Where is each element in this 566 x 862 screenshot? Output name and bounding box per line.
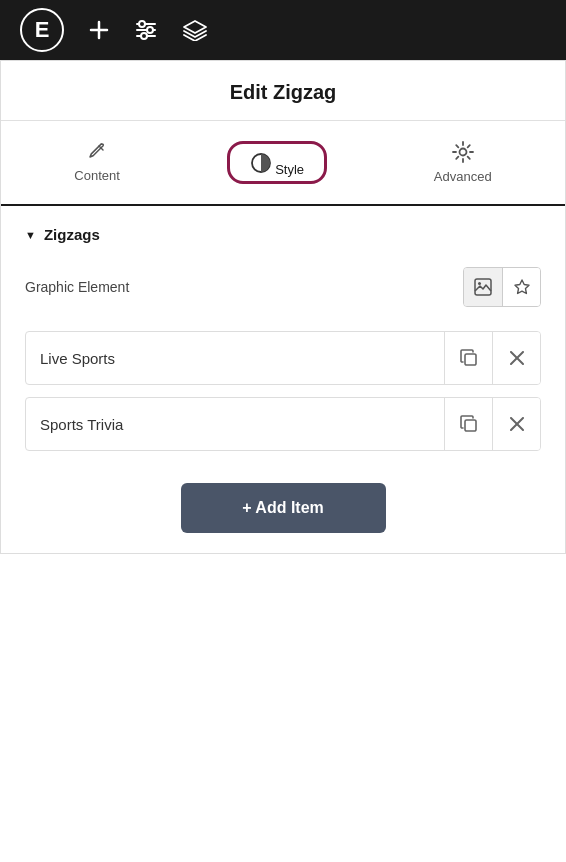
svg-marker-8 (184, 21, 206, 33)
image-button[interactable] (464, 268, 502, 306)
item-2-delete-button[interactable] (492, 398, 540, 450)
svg-point-5 (139, 21, 145, 27)
zigzags-section: ▼ Zigzags Graphic Element (1, 206, 565, 553)
duplicate-icon (460, 349, 478, 367)
list-item: Live Sports (25, 331, 541, 385)
list-item: Sports Trivia (25, 397, 541, 451)
close-icon (510, 417, 524, 431)
graphic-element-label: Graphic Element (25, 279, 129, 295)
item-2-label: Sports Trivia (26, 400, 444, 449)
logo-text: E (35, 17, 50, 43)
tab-advanced-label: Advanced (434, 169, 492, 184)
tab-content[interactable]: Content (58, 136, 136, 189)
svg-rect-15 (465, 354, 476, 365)
svg-marker-14 (515, 280, 529, 294)
panel-header: Edit Zigzag (1, 61, 565, 121)
star-icon (513, 278, 531, 296)
tab-style[interactable]: Style (211, 135, 344, 190)
gear-icon (452, 141, 474, 163)
half-circle-icon (250, 152, 272, 174)
sliders-icon[interactable] (134, 19, 158, 41)
pencil-icon (87, 142, 107, 162)
svg-point-13 (478, 282, 481, 285)
svg-point-6 (147, 27, 153, 33)
tabs-container: Content Style Advanced (1, 121, 565, 206)
section-title-text: Zigzags (44, 226, 100, 243)
section-title: ▼ Zigzags (25, 226, 541, 243)
image-icon (474, 278, 492, 296)
graphic-element-row: Graphic Element (25, 267, 541, 307)
tab-content-label: Content (74, 168, 120, 183)
layers-icon[interactable] (182, 19, 208, 41)
svg-point-7 (141, 33, 147, 39)
star-button[interactable] (502, 268, 540, 306)
graphic-buttons-group (463, 267, 541, 307)
item-1-delete-button[interactable] (492, 332, 540, 384)
duplicate-icon (460, 415, 478, 433)
close-icon (510, 351, 524, 365)
edit-panel: Edit Zigzag Content Style (0, 60, 566, 554)
item-1-duplicate-button[interactable] (444, 332, 492, 384)
panel-title: Edit Zigzag (1, 81, 565, 104)
svg-rect-18 (465, 420, 476, 431)
svg-point-11 (459, 149, 466, 156)
navbar: E (0, 0, 566, 60)
add-item-button[interactable]: + Add Item (181, 483, 386, 533)
section-arrow: ▼ (25, 229, 36, 241)
tab-style-label: Style (275, 162, 304, 177)
item-1-label: Live Sports (26, 334, 444, 383)
elementor-logo[interactable]: E (20, 8, 64, 52)
item-2-duplicate-button[interactable] (444, 398, 492, 450)
tab-advanced[interactable]: Advanced (418, 135, 508, 190)
plus-icon[interactable] (88, 19, 110, 41)
